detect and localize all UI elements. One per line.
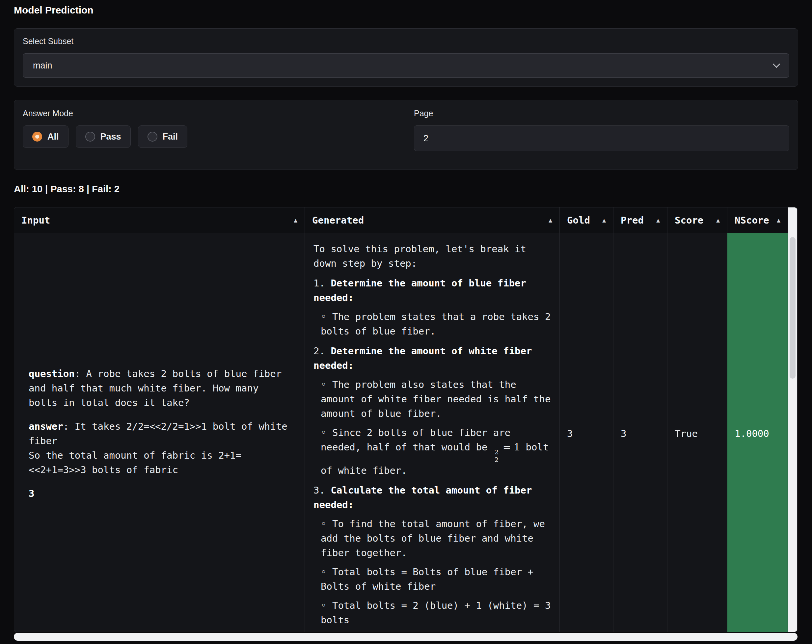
page-title: Model Prediction: [14, 5, 798, 16]
column-header-gold[interactable]: Gold▲: [560, 208, 614, 233]
page-group: Page: [414, 108, 789, 151]
generated-step-title: Determine the amount of blue fiber neede…: [313, 278, 526, 303]
page-input[interactable]: [414, 125, 789, 151]
nscore-cell: 1.0000: [727, 233, 788, 632]
input-paragraph: 3: [29, 486, 290, 501]
column-header-label: Input: [21, 215, 50, 226]
generated-bullet: ◦ The problem also states that the amoun…: [321, 377, 551, 421]
generated-bullet: ◦ Since 2 bolts of blue fiber are needed…: [321, 426, 551, 478]
sort-ascending-icon[interactable]: ▲: [777, 217, 780, 224]
input-paragraph: question: A robe takes 2 bolts of blue f…: [29, 366, 290, 410]
generated-cell: To solve this problem, let's break it do…: [305, 233, 560, 632]
input-cell: question: A robe takes 2 bolts of blue f…: [14, 233, 305, 632]
controls-panel: Answer Mode AllPassFail Page: [14, 100, 798, 170]
input-paragraph-bold: answer: [29, 421, 63, 432]
nscore-value: 1.0000: [735, 426, 769, 441]
generated-step: 1. Determine the amount of blue fiber ne…: [313, 276, 551, 305]
gold-value: 3: [567, 426, 572, 441]
answer-mode-radio-group: AllPassFail: [23, 125, 394, 148]
subset-panel: Select Subset main: [14, 28, 798, 87]
vertical-scrollbar[interactable]: [788, 208, 797, 632]
column-header-label: NScore: [735, 215, 769, 226]
table-body: question: A robe takes 2 bolts of blue f…: [14, 233, 797, 632]
generated-bullet: ◦ Total bolts = Bolts of blue fiber + Bo…: [321, 565, 551, 594]
generated-step: 3. Calculate the total amount of fiber n…: [313, 483, 551, 512]
score-value: True: [675, 426, 698, 441]
gold-cell: 3: [560, 233, 614, 632]
chevron-down-icon: [773, 61, 780, 68]
generated-step-title: Calculate the total amount of fiber need…: [313, 485, 532, 510]
pred-value: 3: [621, 426, 626, 441]
column-header-label: Pred: [621, 215, 644, 226]
pred-cell: 3: [614, 233, 667, 632]
generated-bullet: ◦ The problem states that a robe takes 2…: [321, 310, 551, 339]
answer-mode-option-pass[interactable]: Pass: [76, 125, 131, 148]
math-fraction: 22 = 1: [493, 441, 520, 453]
stats-summary: All: 10 | Pass: 8 | Fail: 2: [14, 184, 798, 195]
generated-intro: To solve this problem, let's break it do…: [313, 242, 551, 271]
score-cell: True: [667, 233, 727, 632]
horizontal-scrollbar[interactable]: [14, 633, 798, 641]
column-header-pred[interactable]: Pred▲: [614, 208, 667, 233]
generated-step: 2. Determine the amount of white fiber n…: [313, 344, 551, 373]
sort-ascending-icon[interactable]: ▲: [294, 217, 297, 224]
column-header-nscore[interactable]: NScore▲: [727, 208, 788, 233]
radio-unselected-icon: [85, 132, 95, 142]
radio-option-label: All: [47, 132, 59, 142]
table-header-row: Input▲Generated▲Gold▲Pred▲Score▲NScore▲: [14, 208, 797, 233]
radio-unselected-icon: [148, 132, 157, 142]
page: Model Prediction Select Subset main Answ…: [0, 0, 812, 641]
input-paragraph-bold: 3: [29, 488, 34, 499]
sort-ascending-icon[interactable]: ▲: [656, 217, 660, 224]
radio-selected-icon: [32, 132, 42, 142]
input-paragraph: answer: It takes 2/2=<<2/2=1>>1 bolt of …: [29, 419, 290, 477]
column-header-label: Score: [675, 215, 703, 226]
sort-ascending-icon[interactable]: ▲: [549, 217, 552, 224]
horizontal-scrollbar-thumb[interactable]: [14, 633, 798, 641]
vertical-scrollbar-thumb[interactable]: [790, 237, 795, 378]
input-paragraph-bold: question: [29, 368, 75, 379]
radio-option-label: Pass: [101, 132, 121, 142]
sort-ascending-icon[interactable]: ▲: [716, 217, 720, 224]
results-table: Input▲Generated▲Gold▲Pred▲Score▲NScore▲ …: [14, 207, 798, 632]
answer-mode-label: Answer Mode: [23, 108, 394, 118]
subset-dropdown[interactable]: main: [23, 53, 789, 78]
answer-mode-group: Answer Mode AllPassFail: [23, 108, 394, 151]
answer-mode-option-all[interactable]: All: [23, 125, 69, 148]
generated-step-title: Determine the amount of white fiber need…: [313, 345, 532, 371]
column-header-score[interactable]: Score▲: [667, 208, 727, 233]
subset-selected-value: main: [33, 61, 52, 71]
subset-label: Select Subset: [23, 37, 789, 46]
radio-option-label: Fail: [163, 132, 178, 142]
answer-mode-option-fail[interactable]: Fail: [138, 125, 188, 148]
column-header-input[interactable]: Input▲: [14, 208, 305, 233]
column-header-label: Gold: [567, 215, 590, 226]
column-header-generated[interactable]: Generated▲: [305, 208, 560, 233]
page-label: Page: [414, 108, 789, 118]
generated-bullet: ◦ Total bolts = 2 (blue) + 1 (white) = 3…: [321, 598, 551, 627]
generated-bullet: ◦ To find the total amount of fiber, we …: [321, 517, 551, 560]
sort-ascending-icon[interactable]: ▲: [602, 217, 606, 224]
fraction-stack: 22: [495, 449, 499, 463]
column-header-label: Generated: [312, 215, 364, 226]
